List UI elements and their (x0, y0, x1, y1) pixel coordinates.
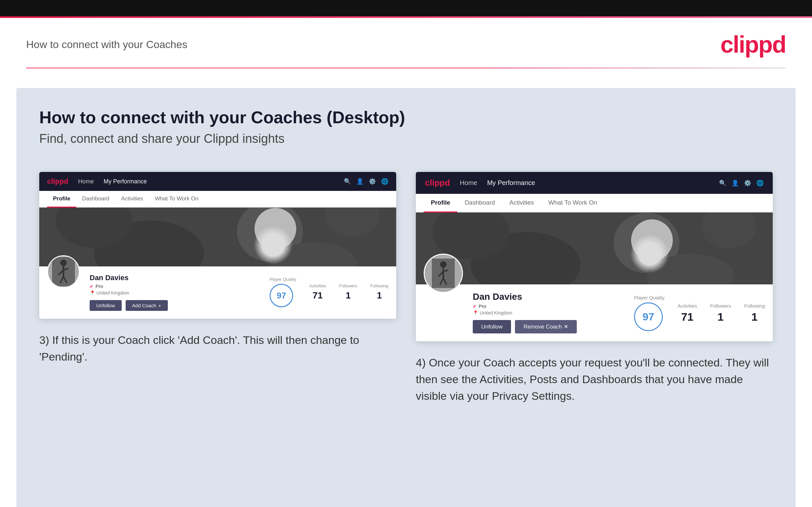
left-screenshot-col: clippd Home My Performance 🔍 👤 ⚙️ 🌐 Prof… (39, 172, 396, 404)
right-location-text: United Kingdom (479, 310, 512, 316)
right-profile-area: Dan Davies ✔ Pro 📍 United Kingdom Unfoll… (416, 284, 773, 341)
right-profile-name: Dan Davies (473, 292, 624, 302)
location-pin-icon-right: 📍 (473, 310, 478, 316)
right-stat-following: Following 1 (744, 303, 765, 323)
left-quality-label: Player Quality (269, 277, 296, 282)
left-stat-following: Following 1 (370, 283, 388, 301)
right-stat-activities: Activities 71 (677, 303, 697, 323)
right-activities-value: 71 (677, 311, 697, 323)
left-followers-value: 1 (339, 290, 357, 301)
left-activities-value: 71 (309, 290, 326, 301)
globe-icon-right[interactable]: 🌐 (756, 179, 764, 187)
tab-dashboard-right[interactable]: Dashboard (457, 194, 502, 213)
tab-dashboard-left[interactable]: Dashboard (76, 191, 115, 208)
top-bar (0, 0, 812, 16)
left-avatar (47, 255, 80, 288)
tab-activities-left[interactable]: Activities (115, 191, 149, 208)
close-icon: ✕ (564, 323, 568, 330)
left-stat-quality: Player Quality 97 (269, 277, 296, 307)
remove-coach-label: Remove Coach (523, 324, 562, 330)
plus-icon: + (158, 303, 161, 308)
globe-icon[interactable]: 🌐 (381, 178, 388, 185)
right-screenshot-col: clippd Home My Performance 🔍 👤 ⚙️ 🌐 Prof… (416, 172, 773, 404)
left-following-value: 1 (370, 290, 388, 301)
search-icon[interactable]: 🔍 (344, 178, 351, 185)
settings-icon-right[interactable]: ⚙️ (744, 179, 751, 187)
left-banner-img (39, 208, 396, 267)
user-icon-right[interactable]: 👤 (731, 179, 739, 187)
left-description: 3) If this is your Coach click 'Add Coac… (39, 332, 396, 365)
page-title: How to connect with your Coaches (26, 39, 188, 51)
right-profile-location: 📍 United Kingdom (473, 310, 624, 316)
left-location-text: United Kingdom (97, 290, 129, 295)
right-nav-icons: 🔍 👤 ⚙️ 🌐 (719, 179, 764, 187)
clippd-logo: clippd (720, 31, 786, 58)
left-nav-performance: My Performance (104, 178, 147, 185)
page-header: How to connect with your Coaches clippd (0, 18, 812, 68)
left-stats-row: Player Quality 97 Activities 71 Follower… (269, 272, 388, 307)
remove-coach-button[interactable]: Remove Coach ✕ (515, 320, 577, 333)
tab-whattaworkon-left[interactable]: What To Work On (149, 191, 204, 208)
right-banner-img (416, 213, 773, 284)
right-description: 4) Once your Coach accepts your request … (416, 354, 773, 404)
right-stats-row: Player Quality 97 Activities 71 Follower… (634, 290, 765, 331)
tab-whattaworkon-right[interactable]: What To Work On (541, 194, 604, 213)
right-following-label: Following (744, 303, 765, 308)
left-app-tabs: Profile Dashboard Activities What To Wor… (39, 191, 396, 208)
left-profile-role: ✔ Pro (90, 283, 260, 289)
right-action-buttons: Unfollow Remove Coach ✕ (473, 320, 624, 333)
tab-activities-right[interactable]: Activities (502, 194, 541, 213)
right-app-nav: clippd Home My Performance 🔍 👤 ⚙️ 🌐 (416, 172, 773, 194)
left-stat-followers: Followers 1 (339, 283, 357, 301)
header-divider (26, 68, 786, 68)
svg-point-18 (631, 219, 673, 261)
right-activities-label: Activities (677, 303, 697, 308)
right-profile-info: Dan Davies ✔ Pro 📍 United Kingdom Unfoll… (473, 290, 624, 333)
main-content: How to connect with your Coaches (Deskto… (16, 88, 796, 507)
tab-profile-left[interactable]: Profile (47, 191, 76, 208)
left-profile-area: Dan Davies ✔ Pro 📍 United Kingdom Unfoll… (39, 267, 396, 319)
left-role-text: Pro (96, 283, 103, 289)
content-subtitle: Find, connect and share your Clippd insi… (39, 132, 773, 146)
left-nav-icons: 🔍 👤 ⚙️ 🌐 (344, 178, 388, 185)
left-app-nav: clippd Home My Performance 🔍 👤 ⚙️ 🌐 (39, 172, 396, 191)
left-profile-location: 📍 United Kingdom (90, 290, 260, 295)
left-profile-info: Dan Davies ✔ Pro 📍 United Kingdom Unfoll… (90, 272, 260, 311)
tab-profile-right[interactable]: Profile (424, 194, 457, 213)
right-role-text: Pro (478, 303, 486, 309)
left-mock-screen: clippd Home My Performance 🔍 👤 ⚙️ 🌐 Prof… (39, 172, 396, 319)
left-avatar-container (47, 255, 80, 288)
unfollow-button-left[interactable]: Unfollow (90, 300, 122, 311)
right-profile-role: ✔ Pro (473, 303, 624, 309)
left-nav-home: Home (78, 178, 94, 185)
location-pin-icon-left: 📍 (90, 290, 95, 295)
content-title: How to connect with your Coaches (Deskto… (39, 108, 773, 127)
right-quality-circle: 97 (634, 302, 663, 331)
right-avatar (424, 253, 463, 293)
svg-point-4 (255, 208, 296, 250)
right-stat-quality: Player Quality 97 (634, 295, 664, 331)
left-followers-label: Followers (339, 283, 357, 288)
svg-point-8 (60, 260, 67, 266)
right-mock-screen: clippd Home My Performance 🔍 👤 ⚙️ 🌐 Prof… (416, 172, 773, 341)
svg-point-22 (440, 261, 447, 268)
right-following-value: 1 (744, 311, 765, 323)
settings-icon[interactable]: ⚙️ (369, 178, 376, 185)
left-quality-circle: 97 (269, 284, 293, 307)
right-nav-logo: clippd (425, 178, 450, 188)
left-stat-activities: Activities 71 (309, 283, 326, 301)
left-following-label: Following (370, 283, 388, 288)
add-coach-label: Add Coach (132, 303, 156, 308)
user-icon[interactable]: 👤 (356, 178, 363, 185)
screenshots-row: clippd Home My Performance 🔍 👤 ⚙️ 🌐 Prof… (39, 172, 773, 404)
right-stat-followers: Followers 1 (710, 303, 731, 323)
unfollow-button-right[interactable]: Unfollow (473, 320, 511, 333)
add-coach-button[interactable]: Add Coach + (125, 300, 168, 311)
right-profile-banner (416, 213, 773, 284)
left-profile-name: Dan Davies (90, 274, 260, 282)
right-nav-home: Home (460, 179, 477, 187)
right-quality-label: Player Quality (634, 295, 664, 300)
right-app-tabs: Profile Dashboard Activities What To Wor… (416, 194, 773, 213)
search-icon-right[interactable]: 🔍 (719, 179, 726, 187)
verified-icon-right: ✔ (473, 304, 477, 309)
